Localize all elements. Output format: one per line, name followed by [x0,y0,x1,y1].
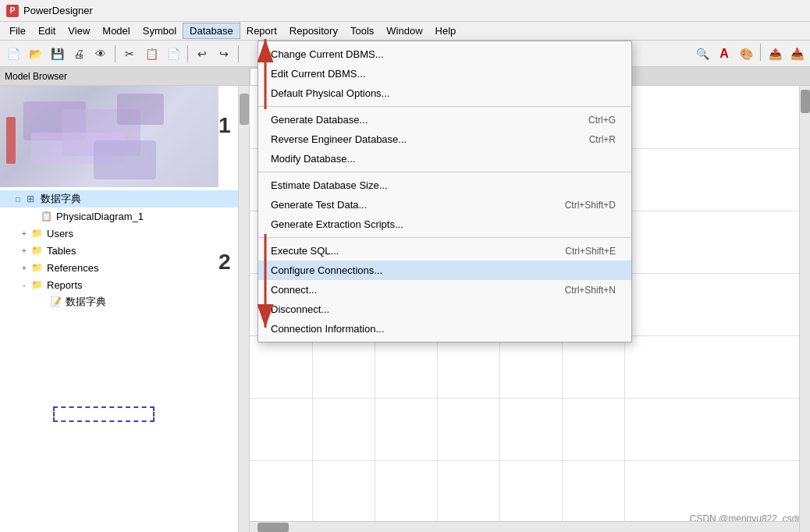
preview-button[interactable]: 👁 [91,44,111,64]
menu-execute-sql-shortcut: Ctrl+Shift+E [565,246,616,257]
menu-window[interactable]: Window [380,23,428,38]
number-label-1: 1 [218,113,231,138]
icon-references: 📁 [30,261,44,274]
number-label-2: 2 [218,250,231,275]
diagram-preview [0,86,218,187]
tree-item-root[interactable]: □ ⊞ 数据字典 [0,190,249,207]
menu-symbol[interactable]: Symbol [137,23,183,38]
number-2-text: 2 [218,250,231,274]
icon-users: 📁 [30,227,44,239]
menu-file[interactable]: File [3,23,32,38]
icon-datadict: 📝 [48,296,62,308]
menu-estimate-size-label: Estimate Database Size... [271,179,388,191]
expander-datadict [37,296,48,307]
bottom-scroll-thumb[interactable] [258,523,289,532]
icon-reports: 📁 [30,278,44,291]
menu-generate-db[interactable]: Generate Database... Ctrl+G [258,110,631,129]
label-references: References [47,262,98,274]
menu-generate-test[interactable]: Generate Test Data... Ctrl+Shift+D [258,195,631,215]
toolbar-sep-3 [238,45,239,62]
menu-connection-info[interactable]: Connection Information... [258,319,631,339]
menu-bar: File Edit View Model Symbol Database Rep… [0,22,810,41]
menu-edit-dbms[interactable]: Edit Current DBMS... [258,64,631,83]
expander-users[interactable]: + [19,228,30,239]
menu-connect-shortcut: Ctrl+Shift+N [565,285,616,296]
menu-modify-db[interactable]: Modify Database... [258,149,631,168]
icon-diagram: 📋 [39,210,53,222]
menu-help[interactable]: Help [429,23,463,38]
undo-button[interactable]: ↩ [192,44,212,64]
open-button[interactable]: 📂 [25,44,45,64]
label-diagram: PhysicalDiagram_1 [56,211,144,222]
menu-change-dbms[interactable]: Change Current DBMS... [258,44,631,64]
label-datadict: 数据字典 [66,295,106,309]
menu-modify-db-label: Modify Database... [271,153,355,165]
new-button[interactable]: 📄 [3,44,23,64]
menu-estimate-size[interactable]: Estimate Database Size... [258,176,631,195]
menu-configure-connections[interactable]: Configure Connections... [258,261,631,280]
menu-reverse-shortcut: Ctrl+R [589,134,616,145]
palette-button[interactable]: 🎨 [736,44,756,64]
menu-generate-extraction[interactable]: Generate Extraction Scripts... [258,215,631,234]
paste-button[interactable]: 📄 [163,44,183,64]
tree-item-users[interactable]: + 📁 Users [0,225,249,242]
app-icon-letter: P [10,6,16,15]
dropdown-sep-3 [258,237,631,238]
right-scrollbar[interactable] [799,86,810,532]
menu-default-physical[interactable]: Default Physical Options... [258,83,631,103]
scroll-thumb[interactable] [240,94,249,125]
menu-edit[interactable]: Edit [32,23,62,38]
bottom-scrollbar[interactable] [250,521,799,532]
expander-references[interactable]: + [19,262,30,273]
import-button[interactable]: 📥 [787,44,807,64]
icon-root: ⊞ [23,193,37,205]
app-icon: P [6,5,19,17]
expander-reports[interactable]: - [19,279,30,290]
dropdown-menu: Change Current DBMS... Edit Current DBMS… [258,41,632,342]
icon-tables: 📁 [30,244,44,257]
expander-root[interactable]: □ [12,193,23,204]
menu-model[interactable]: Model [96,23,136,38]
label-root: 数据字典 [41,192,81,206]
menu-disconnect[interactable]: Disconnect... [258,300,631,319]
label-users: Users [47,228,73,239]
label-reports: Reports [47,279,83,291]
label-tables: Tables [47,245,76,257]
tree-item-diagram[interactable]: 📋 PhysicalDiagram_1 [0,207,249,225]
print-button[interactable]: 🖨 [69,44,89,64]
export-button[interactable]: 📤 [765,44,785,64]
menu-view[interactable]: View [62,23,96,38]
arrow-1 [250,31,312,125]
expander-tables[interactable]: + [19,245,30,256]
menu-generate-test-label: Generate Test Data... [271,199,367,211]
selection-indicator [53,406,155,422]
menu-database[interactable]: Database [183,23,240,39]
redo-button[interactable]: ↪ [214,44,234,64]
save-button[interactable]: 💾 [47,44,67,64]
zoom-button[interactable]: 🔍 [692,44,712,64]
scrollbar[interactable] [238,86,249,532]
tree-item-tables[interactable]: + 📁 Tables [0,242,249,259]
toolbar-sep-4 [760,44,761,61]
tree-item-datadict[interactable]: 📝 数据字典 [0,293,249,310]
toolbar-sep-2 [187,45,188,62]
expander-diagram [28,211,39,222]
right-scroll-thumb[interactable] [801,90,810,113]
tree-item-reports[interactable]: - 📁 Reports [0,276,249,293]
number-1-text: 1 [218,113,231,137]
left-panel-title: Model Browser [5,71,67,82]
tree-item-references[interactable]: + 📁 References [0,259,249,276]
dropdown-sep-2 [258,172,631,172]
menu-connect[interactable]: Connect... Ctrl+Shift+N [258,280,631,300]
dropdown-sep-1 [258,106,631,107]
menu-execute-sql[interactable]: Execute SQL... Ctrl+Shift+E [258,241,631,261]
menu-reverse-engineer-label: Reverse Engineer Database... [271,133,407,145]
font-button[interactable]: A [714,44,734,64]
app-title: PowerDesigner [23,5,93,16]
left-panel: Model Browser □ ⊞ 数据字典 📋 [0,67,250,532]
copy-button[interactable]: 📋 [141,44,162,64]
cut-button[interactable]: ✂ [119,44,140,64]
title-bar: P PowerDesigner [0,0,810,22]
menu-reverse-engineer[interactable]: Reverse Engineer Database... Ctrl+R [258,129,631,149]
menu-tools[interactable]: Tools [344,23,380,38]
